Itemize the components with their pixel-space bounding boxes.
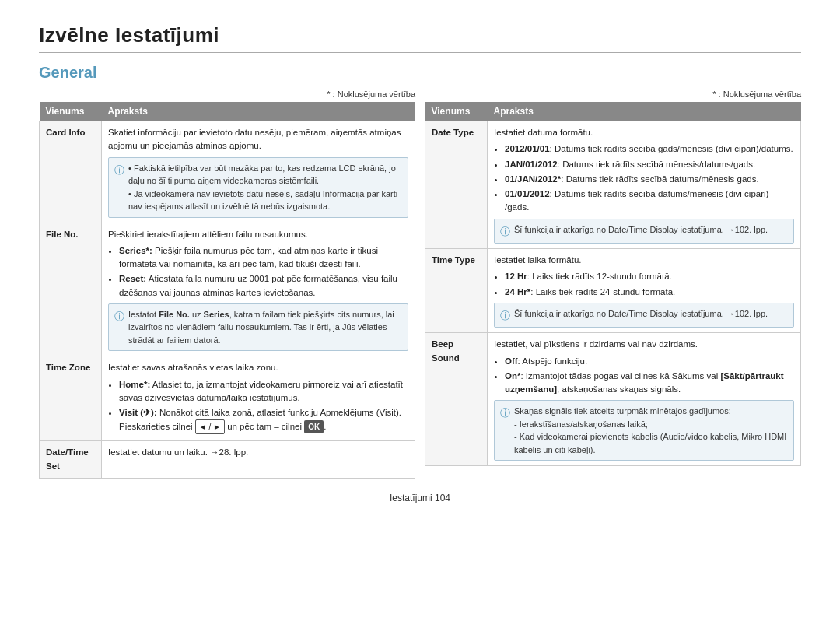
desc-file-no: Piešķiriet ierakstītajiem attēliem failu… — [102, 223, 415, 356]
page-title: Izvēlne Iestatījumi — [39, 23, 801, 47]
tables-wrapper: * : Noklusējuma vērtība Vienums Apraksts… — [39, 89, 801, 479]
desc-datetime-set: Iestatiet datumu un laiku. →28. lpp. — [102, 441, 415, 479]
right-note: * : Noklusējuma vērtība — [425, 89, 801, 99]
desc-card-info: Skatiet informāciju par ievietoto datu n… — [102, 121, 415, 223]
desc-time-type: Iestatiet laika formātu. 12 Hr: Laiks ti… — [488, 249, 801, 333]
right-table: Vienums Apraksts Date Type Iestatiet dat… — [425, 102, 801, 466]
item-file-no: File No. — [40, 223, 102, 356]
item-time-type: Time Type — [425, 249, 488, 333]
left-col-header-desc: Apraksts — [102, 102, 415, 121]
date-type-bullets: 2012/01/01: Datums tiek rādīts secībā ga… — [494, 142, 794, 214]
left-col-header-item: Vienums — [40, 102, 102, 121]
table-row: Time Type Iestatiet laika formātu. 12 Hr… — [425, 249, 801, 333]
left-note: * : Noklusējuma vērtība — [39, 89, 415, 99]
right-col-header-item: Vienums — [425, 102, 488, 121]
table-row: BeepSound Iestatiet, vai pīkstiens ir dz… — [425, 333, 801, 466]
file-no-bullets: Series*: Piešķir faila numurus pēc tam, … — [108, 244, 408, 300]
beep-sound-note-box: ⓘ Skaņas signāls tiek atcelts turpmāk mi… — [494, 400, 794, 461]
time-zone-bullets: Home*: Atlasiet to, ja izmantojat videok… — [108, 378, 408, 435]
item-beep-sound: BeepSound — [425, 333, 488, 466]
item-card-info: Card Info — [40, 121, 102, 223]
desc-beep-sound: Iestatiet, vai pīkstiens ir dzirdams vai… — [488, 333, 801, 466]
info-icon-3: ⓘ — [500, 224, 510, 240]
nav-btn-left[interactable]: ◄ / ► — [195, 419, 225, 434]
item-date-type: Date Type — [425, 121, 488, 249]
item-datetime-set: Date/TimeSet — [40, 441, 102, 479]
info-icon-2: ⓘ — [114, 309, 124, 325]
table-row: Date Type Iestatiet datuma formātu. 2012… — [425, 121, 801, 249]
card-info-note-box: ⓘ • Faktiskā ietilpība var būt mazāka pa… — [108, 157, 408, 218]
title-divider — [39, 52, 801, 53]
date-type-note-box: ⓘ Šī funkcija ir atkarīga no Date/Time D… — [494, 219, 794, 244]
desc-date-type: Iestatiet datuma formātu. 2012/01/01: Da… — [488, 121, 801, 249]
table-row: Card Info Skatiet informāciju par ieviet… — [40, 121, 415, 223]
right-col-header-desc: Apraksts — [488, 102, 801, 121]
item-time-zone: Time Zone — [40, 356, 102, 441]
right-table-half: * : Noklusējuma vērtība Vienums Apraksts… — [425, 89, 801, 466]
time-type-note-box: ⓘ Šī funkcija ir atkarīga no Date/Time D… — [494, 303, 794, 328]
left-table: Vienums Apraksts Card Info Skatiet infor… — [39, 102, 415, 479]
info-icon-5: ⓘ — [500, 405, 510, 421]
section-title: General — [39, 64, 801, 82]
info-icon: ⓘ — [114, 163, 124, 178]
desc-time-zone: Iestatiet savas atrašanās vietas laika z… — [102, 356, 415, 441]
info-icon-4: ⓘ — [500, 308, 510, 324]
time-type-bullets: 12 Hr: Laiks tiek rādīts 12-stundu formā… — [494, 270, 794, 299]
file-no-note-box: ⓘ Iestatot File No. uz Series, katram fa… — [108, 303, 408, 352]
beep-sound-bullets: Off: Atspējo funkciju. On*: Izmantojot t… — [494, 355, 794, 397]
left-table-half: * : Noklusējuma vērtība Vienums Apraksts… — [39, 89, 415, 479]
table-row: Date/TimeSet Iestatiet datumu un laiku. … — [40, 441, 415, 479]
footer: Iestatījumi 104 — [39, 493, 801, 503]
table-row: Time Zone Iestatiet savas atrašanās viet… — [40, 356, 415, 441]
table-row: File No. Piešķiriet ierakstītajiem attēl… — [40, 223, 415, 356]
ok-btn[interactable]: OK — [304, 420, 324, 433]
